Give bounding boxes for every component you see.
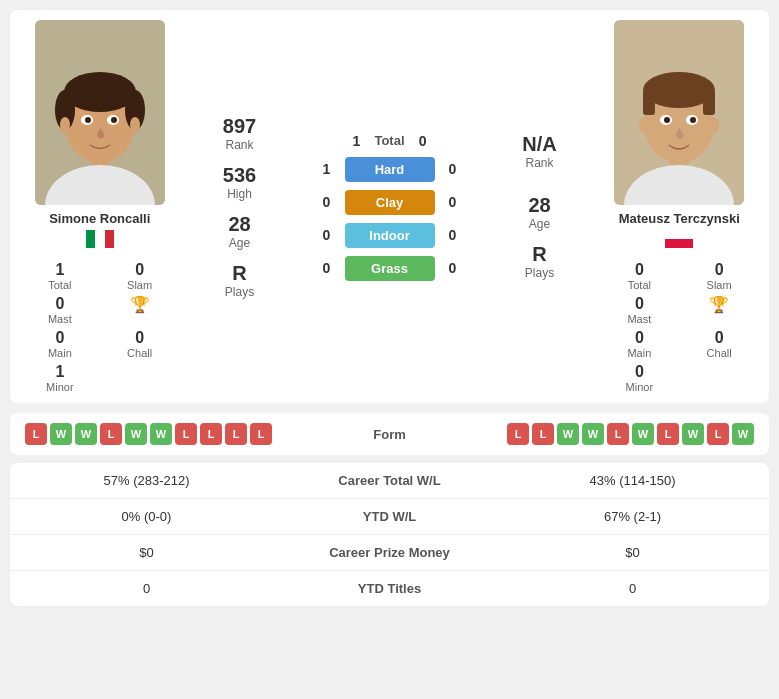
- svg-point-10: [111, 117, 117, 123]
- p1-chall: 0 Chall: [105, 329, 175, 359]
- center-section: 1 Total 0 1 Hard 0 0 Clay 0 0 Indoor 0 0: [300, 20, 480, 393]
- player1-photo: [35, 20, 165, 205]
- form-badge-l: L: [25, 423, 47, 445]
- prize-label: Career Prize Money: [268, 545, 511, 560]
- p2-chall: 0 Chall: [684, 329, 754, 359]
- p1-ytd-wl: 0% (0-0): [25, 509, 268, 524]
- player2-name: Mateusz Terczynski: [619, 211, 740, 226]
- player1-flag: [86, 230, 114, 251]
- p2-rank-stat: N/A Rank: [522, 133, 556, 170]
- form-badge-w: W: [125, 423, 147, 445]
- p1-trophy-icon: 🏆: [105, 295, 175, 325]
- svg-point-4: [64, 72, 136, 112]
- p1-plays-stat: R Plays: [225, 262, 254, 299]
- svg-rect-29: [665, 230, 693, 239]
- form-badge-l: L: [532, 423, 554, 445]
- career-wl-label: Career Total W/L: [268, 473, 511, 488]
- p2-age-stat: 28 Age: [528, 194, 550, 231]
- p2-prize: $0: [511, 545, 754, 560]
- svg-rect-30: [665, 239, 693, 248]
- main-container: Simone Roncalli 1 Total 0 Slam: [0, 0, 779, 616]
- form-badge-l: L: [225, 423, 247, 445]
- titles-label: YTD Titles: [268, 581, 511, 596]
- svg-rect-15: [105, 230, 114, 248]
- form-badge-w: W: [557, 423, 579, 445]
- clay-row: 0 Clay 0: [300, 190, 480, 215]
- comparison-card: Simone Roncalli 1 Total 0 Slam: [10, 10, 769, 403]
- form-badge-l: L: [250, 423, 272, 445]
- p1-age-stat: 28 Age: [228, 213, 250, 250]
- svg-point-28: [709, 117, 719, 133]
- svg-point-11: [60, 117, 70, 133]
- svg-point-25: [664, 117, 670, 123]
- ytd-wl-label: YTD W/L: [268, 509, 511, 524]
- player2-form-badges: LLWWLWLWLW: [507, 423, 754, 445]
- grass-row: 0 Grass 0: [300, 256, 480, 281]
- indoor-button[interactable]: Indoor: [345, 223, 435, 248]
- ytd-wl-row: 0% (0-0) YTD W/L 67% (2-1): [10, 499, 769, 535]
- player2-stats-grid: 0 Total 0 Slam 0 Mast 🏆 0 Main: [600, 261, 760, 393]
- p1-main: 0 Main: [25, 329, 95, 359]
- p1-mast: 0 Mast: [25, 295, 95, 325]
- form-badge-l: L: [707, 423, 729, 445]
- p1-career-wl: 57% (283-212): [25, 473, 268, 488]
- p2-career-wl: 43% (114-150): [511, 473, 754, 488]
- titles-row: 0 YTD Titles 0: [10, 571, 769, 606]
- p2-total: 0 Total: [605, 261, 675, 291]
- p1-high-stat: 536 High: [223, 164, 256, 201]
- p2-plays-stat: R Plays: [525, 243, 554, 280]
- p1-prize: $0: [25, 545, 268, 560]
- form-badge-l: L: [507, 423, 529, 445]
- player2-middle: N/A Rank 28 Age R Plays: [480, 20, 600, 393]
- player1-name: Simone Roncalli: [49, 211, 150, 226]
- hard-button[interactable]: Hard: [345, 157, 435, 182]
- p1-rank-stat: 897 Rank: [223, 115, 256, 152]
- player1-middle: 897 Rank 536 High 28 Age R Plays: [180, 20, 300, 393]
- p1-titles: 0: [25, 581, 268, 596]
- svg-rect-14: [95, 230, 105, 248]
- p1-total: 1 Total: [25, 261, 95, 291]
- career-wl-row: 57% (283-212) Career Total W/L 43% (114-…: [10, 463, 769, 499]
- svg-point-27: [639, 117, 649, 133]
- p2-slam: 0 Slam: [684, 261, 754, 291]
- form-badge-w: W: [732, 423, 754, 445]
- p2-trophy-icon: 🏆: [684, 295, 754, 325]
- p1-slam: 0 Slam: [105, 261, 175, 291]
- grass-button[interactable]: Grass: [345, 256, 435, 281]
- svg-rect-21: [643, 90, 655, 115]
- form-badge-w: W: [632, 423, 654, 445]
- svg-point-12: [130, 117, 140, 133]
- svg-rect-13: [86, 230, 95, 248]
- indoor-row: 0 Indoor 0: [300, 223, 480, 248]
- p2-ytd-wl: 67% (2-1): [511, 509, 754, 524]
- player2-section: Mateusz Terczynski 0 Total 0 Slam 0: [600, 20, 760, 393]
- p2-minor: 0 Minor: [605, 363, 675, 393]
- form-badge-l: L: [200, 423, 222, 445]
- svg-point-9: [85, 117, 91, 123]
- form-badge-l: L: [607, 423, 629, 445]
- form-label: Form: [373, 427, 406, 442]
- form-badge-w: W: [682, 423, 704, 445]
- form-badge-l: L: [657, 423, 679, 445]
- player2-photo: [614, 20, 744, 205]
- player1-form-badges: LWWLWWLLLL: [25, 423, 272, 445]
- form-badge-w: W: [150, 423, 172, 445]
- total-row: 1 Total 0: [346, 133, 432, 149]
- player2-flag: [665, 230, 693, 251]
- svg-rect-22: [703, 90, 715, 115]
- form-badge-l: L: [175, 423, 197, 445]
- p2-main: 0 Main: [605, 329, 675, 359]
- prize-row: $0 Career Prize Money $0: [10, 535, 769, 571]
- stats-table: 57% (283-212) Career Total W/L 43% (114-…: [10, 463, 769, 606]
- player1-section: Simone Roncalli 1 Total 0 Slam: [20, 20, 180, 393]
- svg-point-26: [690, 117, 696, 123]
- form-badge-l: L: [100, 423, 122, 445]
- p2-mast: 0 Mast: [605, 295, 675, 325]
- form-badge-w: W: [50, 423, 72, 445]
- form-badge-w: W: [582, 423, 604, 445]
- form-row: LWWLWWLLLL Form LLWWLWLWLW: [10, 413, 769, 455]
- clay-button[interactable]: Clay: [345, 190, 435, 215]
- player1-stats-grid: 1 Total 0 Slam 0 Mast 🏆 0 Main: [20, 261, 180, 393]
- hard-row: 1 Hard 0: [300, 157, 480, 182]
- form-badge-w: W: [75, 423, 97, 445]
